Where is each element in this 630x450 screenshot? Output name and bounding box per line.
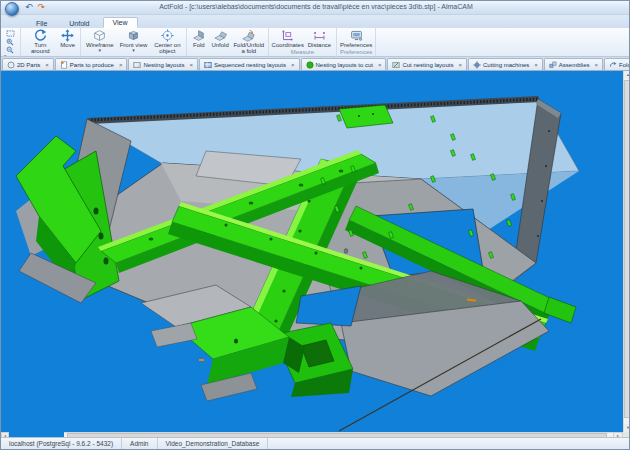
ribbon-group-preferences: Preferences Preferences bbox=[337, 28, 376, 56]
sheet-metal-3d-model bbox=[1, 71, 623, 432]
app-menu-orb-icon[interactable] bbox=[5, 2, 19, 16]
scroll-down-icon[interactable]: ▼ bbox=[624, 424, 630, 432]
actfold-window: ↶ ↷ ActFold - [c:\users\alebas\documents… bbox=[0, 0, 630, 450]
cut-nesting-icon bbox=[392, 61, 400, 69]
turn-around-button[interactable]: Turn around bbox=[23, 29, 57, 55]
ribbon-tab-bar: File Unfold View bbox=[1, 15, 630, 28]
model-viewport[interactable]: ▲ ▼ ◂ ▸ bbox=[1, 71, 630, 439]
parts-to-produce-icon bbox=[60, 61, 68, 69]
doc-tab-label: Nesting layouts to cut bbox=[316, 62, 373, 68]
front-view-button[interactable]: Front view ▾ bbox=[117, 29, 151, 54]
fold-icon bbox=[192, 29, 205, 42]
move-icon bbox=[61, 29, 74, 42]
move-button[interactable]: Move bbox=[57, 29, 78, 48]
assemblies-icon bbox=[549, 61, 557, 69]
cutting-machines-icon bbox=[473, 61, 481, 69]
front-view-icon bbox=[127, 29, 140, 42]
vertical-scrollbar-thumb[interactable] bbox=[624, 80, 630, 418]
fold-unfold-a-fold-button[interactable]: Fold/Unfold a fold bbox=[232, 29, 266, 55]
unfold-label: Unfold bbox=[211, 42, 228, 48]
doc-tab-label: 2D Parts bbox=[17, 62, 40, 68]
status-database: Video_Demonstration_Database bbox=[158, 438, 269, 449]
coordinates-button[interactable]: Coordinates bbox=[271, 29, 305, 48]
close-icon[interactable]: × bbox=[455, 62, 462, 68]
folding-parts-icon bbox=[609, 61, 617, 69]
window-title: ActFold - [c:\users\alebas\documents\doc… bbox=[1, 3, 630, 10]
doc-tab-label: Parts to produce bbox=[70, 62, 114, 68]
ribbon-group-measure: Coordinates Distance Measure bbox=[269, 28, 337, 56]
status-bar: localhost (PostgreSql - 9.6.2 - 5432) Ad… bbox=[1, 437, 630, 449]
doc-tab-cutting-machines[interactable]: Cutting machines × bbox=[468, 58, 543, 70]
preferences-label: Preferences bbox=[340, 42, 372, 48]
center-on-object-icon bbox=[161, 29, 174, 42]
title-bar: ↶ ↷ ActFold - [c:\users\alebas\documents… bbox=[1, 1, 630, 15]
front-view-dropdown-icon[interactable]: ▾ bbox=[132, 48, 135, 53]
center-on-object-label: Center on object bbox=[153, 42, 181, 55]
doc-tab-nesting-layouts-to-cut[interactable]: Nesting layouts to cut × bbox=[301, 58, 387, 70]
close-icon[interactable]: × bbox=[375, 62, 382, 68]
close-icon[interactable]: × bbox=[288, 62, 295, 68]
zoom-out-icon[interactable] bbox=[5, 46, 15, 53]
move-label: Move bbox=[60, 42, 75, 48]
zoom-fit-icon[interactable] bbox=[5, 30, 15, 37]
coordinates-icon bbox=[281, 29, 294, 42]
distance-icon bbox=[313, 29, 326, 42]
turn-around-label: Turn around bbox=[26, 42, 54, 55]
ribbon-group-zoom: Zoom bbox=[1, 28, 21, 56]
ribbon: Zoom Turn around Move Rotate/move bbox=[1, 28, 630, 57]
tab-unfold[interactable]: Unfold bbox=[60, 19, 98, 28]
close-icon[interactable]: × bbox=[186, 62, 193, 68]
close-icon[interactable]: × bbox=[531, 62, 538, 68]
group-label-measure: Measure bbox=[271, 49, 334, 56]
doc-tab-label: Cutting machines bbox=[483, 62, 529, 68]
turn-around-icon bbox=[34, 29, 47, 42]
fold-unfold-a-fold-label: Fold/Unfold a fold bbox=[233, 42, 264, 55]
doc-tab-nesting-layouts[interactable]: Nesting layouts × bbox=[128, 58, 198, 70]
tab-view[interactable]: View bbox=[103, 17, 138, 28]
doc-tab-label: Nesting layouts bbox=[143, 62, 184, 68]
distance-button[interactable]: Distance bbox=[305, 29, 334, 48]
unfold-button[interactable]: Unfold bbox=[208, 29, 231, 48]
doc-tab-sequenced-nesting-layouts[interactable]: Sequenced nesting layouts × bbox=[199, 58, 300, 70]
doc-tab-label: Cut nesting layouts bbox=[402, 62, 453, 68]
fold-unfold-a-fold-icon bbox=[242, 29, 255, 42]
doc-tab-parts-to-produce[interactable]: Parts to produce × bbox=[55, 58, 128, 70]
nesting-to-cut-icon bbox=[306, 61, 314, 69]
fold-label: Fold bbox=[193, 42, 205, 48]
tab-file[interactable]: File bbox=[27, 19, 56, 28]
close-icon[interactable]: × bbox=[592, 62, 599, 68]
distance-label: Distance bbox=[308, 42, 331, 48]
wireframe-button[interactable]: Wireframe ▾ bbox=[83, 29, 117, 54]
group-label-preferences: Preferences bbox=[339, 49, 373, 56]
center-on-object-button[interactable]: Center on object bbox=[150, 29, 184, 55]
close-icon[interactable]: × bbox=[116, 62, 123, 68]
preferences-icon bbox=[350, 29, 363, 42]
wireframe-icon bbox=[93, 29, 106, 42]
coordinates-label: Coordinates bbox=[272, 42, 304, 48]
doc-tab-2d-parts[interactable]: 2D Parts × bbox=[2, 58, 54, 70]
ribbon-group-display: Wireframe ▾ Front view ▾ Center on objec… bbox=[81, 28, 187, 56]
sequenced-nesting-icon bbox=[204, 61, 212, 69]
part-icon bbox=[7, 61, 15, 69]
status-connection: localhost (PostgreSql - 9.6.2 - 5432) bbox=[1, 438, 122, 449]
scroll-up-icon[interactable]: ▲ bbox=[624, 71, 630, 79]
doc-tab-label: Assemblies bbox=[559, 62, 590, 68]
unfold-icon bbox=[214, 29, 227, 42]
status-user: Admin bbox=[122, 438, 157, 449]
ribbon-group-rotate-move: Turn around Move Rotate/move bbox=[21, 28, 81, 56]
vertical-scrollbar[interactable]: ▲ ▼ bbox=[623, 71, 630, 432]
doc-tab-cut-nesting-layouts[interactable]: Cut nesting layouts × bbox=[387, 58, 467, 70]
zoom-in-icon[interactable] bbox=[5, 38, 15, 45]
doc-tab-label: Sequenced nesting layouts bbox=[214, 62, 286, 68]
close-icon[interactable]: × bbox=[42, 62, 49, 68]
ribbon-group-fold-unfold: Fold Unfold Fold/Unfold a fold Fold/Unfo… bbox=[187, 28, 268, 56]
preferences-button[interactable]: Preferences bbox=[339, 29, 373, 48]
document-tab-bar: 2D Parts × Parts to produce × Nesting la… bbox=[1, 57, 630, 71]
doc-tab-assemblies[interactable]: Assemblies × bbox=[544, 58, 603, 70]
doc-tab-folding-parts[interactable]: Folding parts × bbox=[604, 58, 630, 70]
doc-tab-label: Folding parts bbox=[619, 62, 630, 68]
wireframe-dropdown-icon[interactable]: ▾ bbox=[99, 48, 102, 53]
fold-button[interactable]: Fold bbox=[189, 29, 208, 48]
nesting-layouts-icon bbox=[133, 61, 141, 69]
